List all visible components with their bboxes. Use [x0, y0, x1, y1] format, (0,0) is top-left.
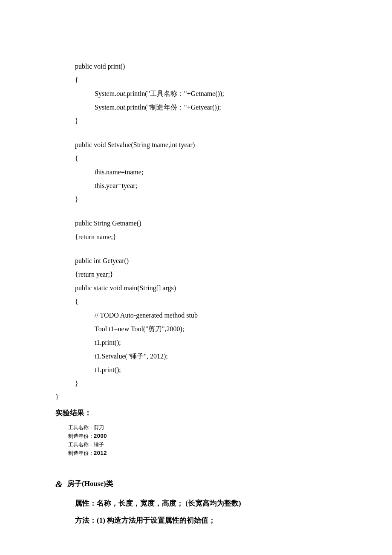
code-line: {: [55, 73, 337, 87]
code-italic: out: [116, 90, 125, 97]
code-line: {return name;}: [55, 230, 337, 244]
code-line: public void print(): [55, 60, 337, 73]
code-line: Tool t1=new Tool("剪刀",2000);: [55, 322, 337, 336]
console-line: 制造年份：2012: [68, 449, 337, 458]
console-label: 工具名称：: [68, 442, 94, 448]
code-text: System.: [95, 90, 116, 97]
code-text: System.: [95, 104, 116, 111]
code-text: .println("工具名称："+Getname());: [125, 90, 224, 97]
console-value: 2012: [94, 450, 107, 456]
blank-line: [55, 128, 337, 138]
code-line: System.out.println("制造年份："+Getyear());: [55, 101, 337, 114]
method-line: 方法：(1) 构造方法用于设置属性的初始值；: [55, 513, 337, 528]
code-line: public static void main(String[] args): [55, 281, 337, 295]
console-label: 制造年份：: [68, 433, 94, 439]
property-line: 属性：名称，长度，宽度，高度； (长宽高均为整数): [55, 496, 337, 511]
code-line: // TODO Auto-generated method stub: [55, 309, 337, 322]
code-line: t1.Setvalue("锤子", 2012);: [55, 350, 337, 363]
code-line: this.year=tyear;: [55, 179, 337, 193]
code-line: System.out.println("工具名称："+Getname());: [55, 87, 337, 101]
console-value: 剪刀: [94, 425, 104, 431]
code-text: .println("制造年份："+Getyear());: [125, 104, 221, 111]
code-line: }: [55, 114, 337, 128]
code-line: {return year;}: [55, 268, 337, 281]
code-line: t1.print();: [55, 363, 337, 377]
console-line: 制造年份：2000: [68, 432, 337, 441]
code-line: }: [55, 390, 337, 404]
blank-line: [55, 244, 337, 254]
code-line: {: [55, 152, 337, 165]
code-line: t1.print();: [55, 336, 337, 350]
result-heading: 实验结果：: [55, 406, 337, 420]
console-line: 工具名称：锤子: [68, 441, 337, 449]
blank-line: [55, 206, 337, 217]
console-label: 制造年份：: [68, 450, 94, 456]
code-line: {: [55, 295, 337, 309]
console-output: 工具名称：剪刀 制造年份：2000 工具名称：锤子 制造年份：2012: [68, 424, 337, 458]
console-label: 工具名称：: [68, 425, 94, 431]
hand-icon: &: [55, 475, 66, 494]
code-line: public void Setvalue(String tname,int ty…: [55, 138, 337, 152]
code-line: public String Getname(): [55, 217, 337, 230]
console-line: 工具名称：剪刀: [68, 424, 337, 432]
section-title: &房子(House)类: [55, 475, 337, 494]
console-value: 2000: [94, 433, 107, 439]
code-line: this.name=tname;: [55, 165, 337, 179]
code-line: public int Getyear(): [55, 254, 337, 268]
document-page: public void print() { System.out.println…: [0, 0, 392, 555]
code-line: }: [55, 193, 337, 206]
code-line: }: [55, 377, 337, 390]
console-value: 锤子: [94, 442, 104, 448]
section-title-text: 房子(House)类: [67, 480, 113, 488]
code-italic: out: [116, 104, 125, 111]
